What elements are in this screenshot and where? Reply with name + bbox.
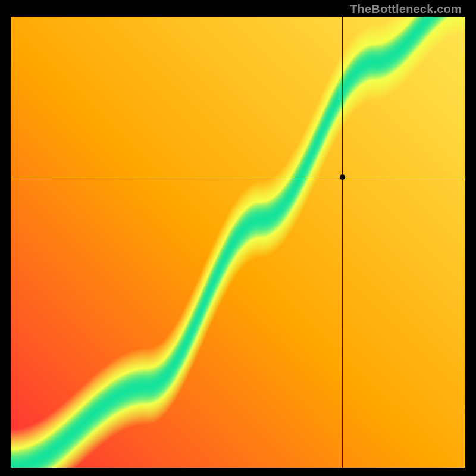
watermark-text: TheBottleneck.com (350, 2, 462, 16)
bottleneck-heatmap (11, 17, 465, 468)
chart-frame (11, 17, 465, 468)
